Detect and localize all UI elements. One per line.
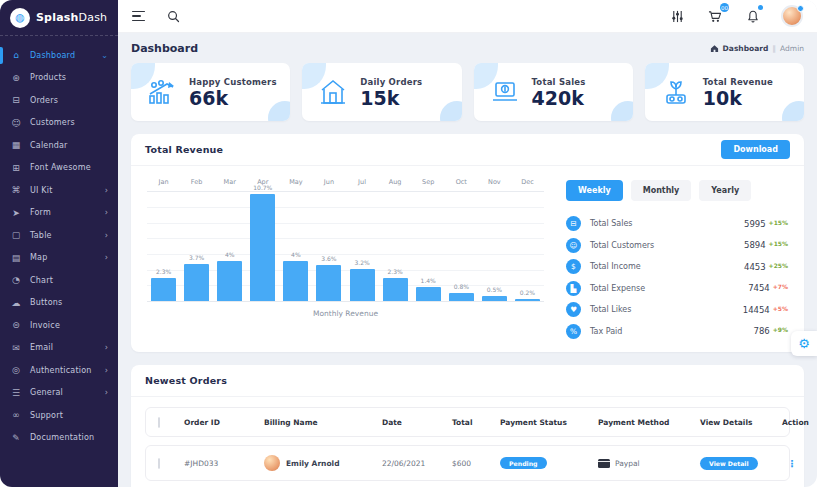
stat-card-daily-orders[interactable]: Daily Orders 15k xyxy=(302,63,461,121)
sidebar-item-form[interactable]: ➤ Form › xyxy=(0,202,118,225)
orders-table-header: Order IDBilling NameDateTotalPayment Sta… xyxy=(145,407,790,437)
revenue-stat-value: 7454 xyxy=(748,283,770,293)
settings-gear-button[interactable]: ⚙ xyxy=(791,331,817,356)
revenue-stat-label: Total Customers xyxy=(590,241,654,250)
sidebar-item-invoice[interactable]: ⊜ Invoice xyxy=(0,314,118,337)
stat-card-label: Happy Customers xyxy=(189,77,277,87)
payment-status-badge: Pending xyxy=(500,457,547,469)
cell-payment-method: Paypal xyxy=(615,459,640,468)
sidebar-item-documentation[interactable]: ✎ Documentation xyxy=(0,427,118,450)
sidebar-item-products[interactable]: ⊛ Products xyxy=(0,67,118,90)
chevron-icon: › xyxy=(105,366,108,375)
sidebar-item-label: Email xyxy=(30,343,97,352)
chevron-icon: › xyxy=(105,208,108,217)
month-tick: Oct xyxy=(445,178,478,186)
sidebar-item-authentication[interactable]: ◎ Authentication › xyxy=(0,359,118,382)
sidebar-item-support[interactable]: ∞ Support xyxy=(0,404,118,427)
month-tick: Jan xyxy=(147,178,180,186)
tab-yearly[interactable]: Yearly xyxy=(699,180,751,201)
revenue-stat-change: +9% xyxy=(773,326,788,333)
bar-value-label: 2.3% xyxy=(147,268,180,275)
notifications-bell-icon[interactable] xyxy=(743,6,763,26)
stat-cards-row: Happy Customers 66k Daily Orders 15k Tot… xyxy=(131,63,804,121)
sidebar-item-customers[interactable]: ☺ Customers xyxy=(0,112,118,135)
sidebar-item-orders[interactable]: ⊟ Orders xyxy=(0,89,118,112)
sidebar-item-label: Form xyxy=(30,208,97,217)
download-button[interactable]: Download xyxy=(721,140,790,159)
map-icon: ▤ xyxy=(10,253,22,263)
cart-icon[interactable]: 00 xyxy=(705,6,725,26)
bar-mar xyxy=(217,261,242,301)
tab-weekly[interactable]: Weekly xyxy=(566,180,623,201)
sidebar-item-calendar[interactable]: ▦ Calendar xyxy=(0,134,118,157)
select-all-checkbox[interactable] xyxy=(158,417,160,428)
filters-icon[interactable] xyxy=(667,6,687,26)
newest-orders-panel: Newest Orders Order IDBilling NameDateTo… xyxy=(131,365,804,487)
chevron-icon: › xyxy=(105,343,108,352)
stat-card-total-revenue[interactable]: Total Revenue 10k xyxy=(645,63,804,121)
search-icon[interactable] xyxy=(163,6,183,26)
sidebar-item-chart[interactable]: ◔ Chart xyxy=(0,269,118,292)
revenue-stats-list: ⊟ Total Sales 5995 +15% ☺ Total Customer… xyxy=(566,213,788,342)
sidebar: ◍ SplashDash ⌂ Dashboard ⌄ ⊛ Products ⊟ … xyxy=(0,0,118,487)
sidebar-item-label: Invoice xyxy=(30,321,100,330)
row-actions-icon[interactable]: ⋮ xyxy=(782,458,802,469)
row-checkbox[interactable] xyxy=(158,458,160,469)
sidebar-item-label: Products xyxy=(30,73,100,82)
month-tick: Feb xyxy=(180,178,213,186)
stat-card-total-sales[interactable]: Total Sales 420k xyxy=(474,63,633,121)
revenue-stat-label: Total Expense xyxy=(590,284,645,293)
email-icon: ✉ xyxy=(10,343,22,353)
month-tick: Jul xyxy=(345,178,378,186)
revenue-stat-value: 4453 xyxy=(744,262,766,272)
orders-table-body: #JHD033 Emily Arnold 22/06/2021 $600 Pen… xyxy=(145,445,790,487)
view-detail-button[interactable]: View Detail xyxy=(700,457,758,470)
support-icon: ∞ xyxy=(10,410,22,420)
chart-month-axis: JanFebMarAprMayJunJulAugSepOctNovDec xyxy=(147,178,544,192)
products-icon: ⊛ xyxy=(10,73,22,83)
month-tick: Nov xyxy=(478,178,511,186)
credit-card-icon xyxy=(598,459,610,468)
sidebar-item-ui-kit[interactable]: ⌘ UI Kit › xyxy=(0,179,118,202)
sidebar-item-font-awesome[interactable]: ⊞ Font Awesome xyxy=(0,157,118,180)
stat-card-happy-customers[interactable]: Happy Customers 66k xyxy=(131,63,290,121)
bar-value-label: 3.6% xyxy=(312,255,345,262)
sidebar-item-email[interactable]: ✉ Email › xyxy=(0,337,118,360)
bar-value-label: 0.2% xyxy=(511,289,544,296)
authentication-icon: ◎ xyxy=(10,365,22,375)
sidebar-item-map[interactable]: ▤ Map › xyxy=(0,247,118,270)
sidebar-item-dashboard[interactable]: ⌂ Dashboard ⌄ xyxy=(0,44,118,67)
column-header-order-id: Order ID xyxy=(184,418,264,427)
cell-billing-name: Emily Arnold xyxy=(286,459,340,468)
revenue-stat-total-sales: ⊟ Total Sales 5995 +15% xyxy=(566,213,788,235)
users-icon: ☺ xyxy=(566,238,581,253)
sidebar-item-label: Authentication xyxy=(30,366,97,375)
revenue-stat-value: 14454 xyxy=(743,305,770,315)
buttons-icon: ☁ xyxy=(10,298,22,308)
revenue-stat-total-customers: ☺ Total Customers 5894 +15% xyxy=(566,235,788,257)
revenue-stat-change: +15% xyxy=(769,219,788,226)
chevron-icon: › xyxy=(105,231,108,240)
user-avatar[interactable] xyxy=(781,5,803,27)
income-icon: $ xyxy=(566,259,581,274)
chart-plot-area: 2.3%3.7%4%10.7%4%3.6%3.2%2.3%1.4%0.8%0.5… xyxy=(147,192,544,302)
stat-card-value: 15k xyxy=(360,89,422,108)
breadcrumb-home[interactable]: Dashboard xyxy=(723,44,769,53)
sidebar-item-buttons[interactable]: ☁ Buttons xyxy=(0,292,118,315)
sidebar-item-table[interactable]: ▢ Table › xyxy=(0,224,118,247)
bar-oct xyxy=(449,293,474,301)
tab-monthly[interactable]: Monthly xyxy=(631,180,692,201)
breadcrumb-separator: ‖ xyxy=(772,44,776,53)
month-tick: May xyxy=(279,178,312,186)
sidebar-item-general[interactable]: ☰ General › xyxy=(0,382,118,405)
bar-value-label: 3.2% xyxy=(345,259,378,266)
revenue-stat-label: Total Income xyxy=(590,262,641,271)
logo[interactable]: ◍ SplashDash xyxy=(0,0,118,36)
chevron-icon: › xyxy=(105,388,108,397)
sidebar-item-label: UI Kit xyxy=(30,186,97,195)
hamburger-menu-icon[interactable] xyxy=(132,11,145,22)
revenue-stat-change: +7% xyxy=(773,283,788,290)
revenue-stat-label: Tax Paid xyxy=(590,327,622,336)
column-header-total: Total xyxy=(452,418,500,427)
bar-jan xyxy=(151,278,176,301)
